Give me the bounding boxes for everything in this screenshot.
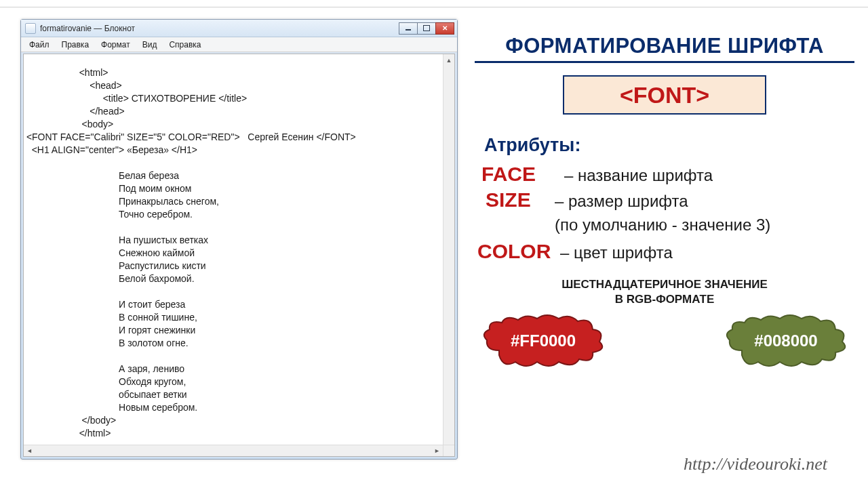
attr-size-desc: – размер шрифта [555,192,688,211]
close-button[interactable] [435,22,454,35]
minimize-button[interactable] [399,22,418,35]
menu-file[interactable]: Файл [24,39,55,51]
attr-face-desc: – название шрифта [564,166,713,185]
notepad-icon [25,23,36,34]
cloud-red-label: #FF0000 [479,313,608,369]
hex-title-1: ШЕСТНАДЦАТЕРИЧНОЕ ЗНАЧЕНИЕ [475,278,854,291]
window-title: formatirovanie — Блокнот [40,24,399,33]
scroll-right-icon[interactable]: ► [431,445,443,456]
footer-url: http://videouroki.net [684,454,827,474]
attr-face-name: FACE [481,163,556,186]
menu-edit[interactable]: Правка [56,39,95,51]
attr-color-desc: – цвет шрифта [560,243,673,262]
menu-bar: Файл Правка Формат Вид Справка [21,37,457,52]
page-heading: ФОРМАТИРОВАНИЕ ШРИФТА [475,34,854,58]
menu-help[interactable]: Справка [163,39,206,51]
attr-size-note: (по умолчанию - значение 3) [555,216,854,235]
maximize-button[interactable] [417,22,436,35]
editor-area: <html> <head> <title> СТИХОТВОРЕНИЕ </ti… [23,54,455,457]
cloud-green: #008000 [722,313,850,369]
notepad-window: formatirovanie — Блокнот Файл Правка Фор… [20,19,458,460]
right-panel: ФОРМАТИРОВАНИЕ ШРИФТА <FONT> Атрибуты: F… [475,34,854,369]
attr-color-row: COLOR – цвет шрифта [477,240,854,263]
divider-line [0,7,868,7]
window-buttons [399,22,454,35]
editor-text[interactable]: <html> <head> <title> СТИХОТВОРЕНИЕ </ti… [24,54,443,445]
attributes-title: Атрибуты: [484,135,854,156]
attr-face-row: FACE – название шрифта [481,163,854,186]
attr-color-name: COLOR [477,240,552,263]
title-bar: formatirovanie — Блокнот [21,20,457,37]
color-clouds: #FF0000 #008000 [475,313,854,369]
scroll-corner [443,445,454,456]
cloud-red: #FF0000 [479,313,608,369]
scroll-left-icon[interactable]: ◄ [24,445,35,456]
cloud-green-label: #008000 [722,313,850,369]
heading-underline [475,61,854,63]
menu-format[interactable]: Формат [96,39,136,51]
scroll-up-icon[interactable]: ▲ [443,54,454,66]
font-tag-box: <FONT> [563,75,766,115]
horizontal-scrollbar[interactable]: ◄ ► [24,445,443,456]
attr-size-row: SIZE – размер шрифта [486,188,854,211]
vertical-scrollbar[interactable]: ▲ [443,54,454,445]
menu-view[interactable]: Вид [137,39,163,51]
hex-title-2: В RGB-ФОРМАТЕ [475,293,854,306]
attr-size-name: SIZE [486,188,547,211]
